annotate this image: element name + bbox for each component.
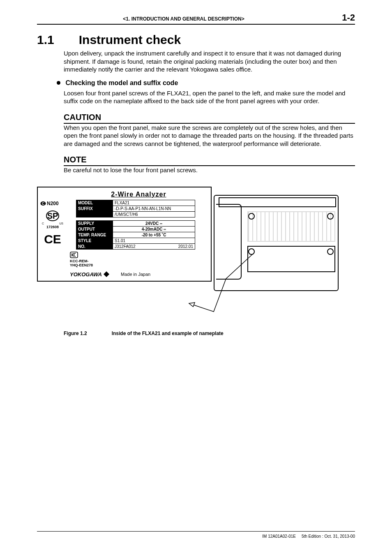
oval-c-icon: C [40, 201, 46, 206]
table-row: STYLE S1.01 [76, 238, 195, 244]
intro-paragraph: Upon delivery, unpack the instrument car… [64, 49, 355, 74]
edition-info: 5th Edition : Oct. 31, 2013-00 [302, 534, 355, 539]
table-row: TEMP. RANGE -20 to +55 ˚C [76, 232, 195, 238]
svg-marker-3 [189, 303, 195, 307]
page-header: <1. INTRODUCTION AND GENERAL DESCRIPTION… [37, 12, 355, 25]
page-footer: IM 12A01A02-01E 5th Edition : Oct. 31, 2… [37, 531, 355, 539]
caution-heading: CAUTION [64, 113, 355, 124]
sp-icon: SP [46, 210, 59, 221]
table-row: NO. J312FA012 2012.01 [76, 243, 195, 250]
screw-icon [327, 248, 334, 255]
screw-icon [248, 248, 255, 255]
nameplate-table-2: SUPPLY 24VDC ⎓ OUTPUT 4-20mADC ⎓ TEMP. R… [76, 220, 195, 250]
figure-caption: Figure 1.2 Inside of the FLXA21 and exam… [64, 331, 355, 336]
nameplate: C N200 SP CUS 172608 CE 2-Wire Analyzer … [37, 187, 212, 282]
callout-arrow [189, 303, 230, 320]
table-row: OUTPUT 4-20mADC ⎓ [76, 226, 195, 232]
svg-text:C: C [42, 201, 45, 206]
cert-marks: C N200 SP CUS 172608 CE [40, 201, 65, 246]
section-number: 1.1 [37, 33, 54, 47]
nameplate-table-1: MODEL FLXA21 SUFFIX -D-P-S-AA-P1-NN-AN-L… [76, 200, 195, 217]
note-body: Be careful not to lose the four front pa… [64, 166, 355, 174]
kcc-mark: KCC-REM- YHQ-EEN278 [70, 252, 208, 267]
nameplate-title: 2-Wire Analyzer [70, 191, 208, 198]
kcc-icon [70, 252, 78, 258]
page-number: 1-2 [330, 12, 355, 23]
note-heading: NOTE [64, 155, 355, 166]
doc-id: IM 12A01A02-01E [262, 534, 296, 539]
figure-1-2: C N200 SP CUS 172608 CE 2-Wire Analyzer … [37, 187, 355, 326]
chapter-name: <1. INTRODUCTION AND GENERAL DESCRIPTION… [37, 16, 330, 22]
screw-icon [248, 213, 255, 220]
subsection-body: Loosen four front panel screws of the FL… [64, 89, 355, 105]
ce-mark-icon: CE [40, 232, 65, 246]
section-heading: 1.1 Instrument check [37, 33, 355, 47]
caution-body: When you open the front panel, make sure… [64, 124, 355, 148]
subsection-checking: Checking the model and suffix code [57, 79, 355, 87]
table-row: MODEL FLXA21 [76, 200, 195, 206]
table-row: SUPPLY 24VDC ⎓ [76, 220, 195, 227]
device-drawing [214, 195, 339, 291]
table-row: SUFFIX -D-P-S-AA-P1-NN-AN-L1N-NN [76, 206, 195, 212]
bullet-icon [57, 81, 60, 85]
screw-icon [327, 213, 334, 220]
sp-number: 172608 [40, 225, 65, 229]
nameplate-footer: YOKOGAWA Made in Japan [70, 271, 208, 278]
subsection-title: Checking the model and suffix code [65, 79, 178, 86]
n200-mark: C N200 [40, 201, 65, 206]
figure-number: Figure 1.2 [64, 331, 87, 336]
section-title: Instrument check [79, 33, 181, 47]
diamond-icon [104, 271, 109, 277]
origin-text: Made in Japan [121, 272, 150, 277]
table-row: /UM/SCT/H6 [76, 211, 195, 217]
figure-text: Inside of the FLXA21 and example of name… [112, 331, 224, 336]
brand-logo: YOKOGAWA [70, 271, 108, 278]
